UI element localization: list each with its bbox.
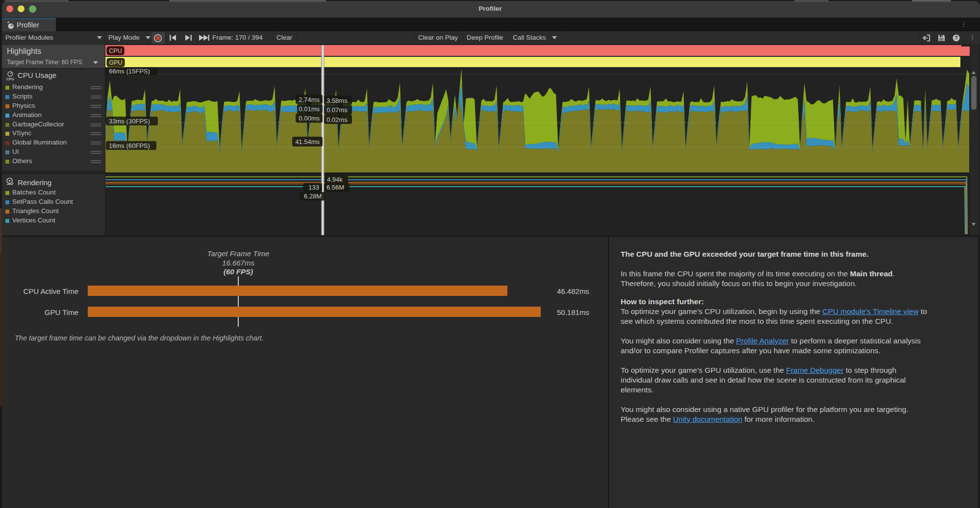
svg-text:0.01ms: 0.01ms xyxy=(299,105,320,113)
svg-text:GPU: GPU xyxy=(109,59,122,66)
svg-text:33ms (30FPS): 33ms (30FPS) xyxy=(109,118,150,125)
svg-text:133: 133 xyxy=(308,184,319,191)
svg-text:CPU: CPU xyxy=(6,77,14,81)
svg-text:0.07ms: 0.07ms xyxy=(327,106,348,114)
svg-text:6.28M: 6.28M xyxy=(304,193,322,200)
svg-text:2.74ms: 2.74ms xyxy=(299,96,320,103)
svg-text:?: ? xyxy=(955,35,957,41)
svg-text:66ms (15FPS): 66ms (15FPS) xyxy=(109,68,150,75)
svg-text:3.58ms: 3.58ms xyxy=(327,97,348,104)
svg-text:4.94k: 4.94k xyxy=(327,176,343,183)
svg-text:16ms (60FPS): 16ms (60FPS) xyxy=(109,142,150,149)
svg-text:CPU: CPU xyxy=(109,48,122,54)
svg-text:0.00ms: 0.00ms xyxy=(299,115,320,122)
svg-text:6.56M: 6.56M xyxy=(327,184,344,191)
svg-text:41.54ms: 41.54ms xyxy=(295,138,320,145)
svg-text:0.02ms: 0.02ms xyxy=(327,116,348,123)
